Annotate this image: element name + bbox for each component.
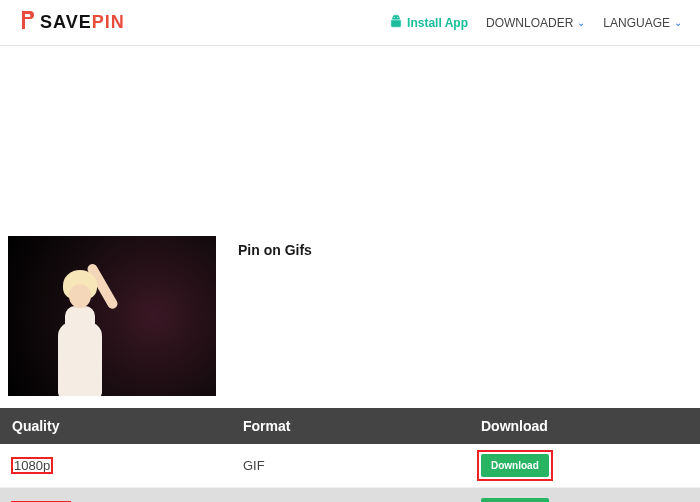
cell-quality: 1080p [0,448,231,483]
nav-downloader-label: DOWNLOADER [486,16,573,30]
logo-icon [18,10,36,35]
cell-quality: 736x[HD] [0,492,231,502]
cell-format: JPG/PNG [231,492,469,502]
pin-thumbnail [8,236,216,396]
download-button[interactable]: Download [481,498,549,502]
chevron-down-icon: ⌄ [674,17,682,28]
table-row: 736x[HD] JPG/PNG Download [0,488,700,502]
chevron-down-icon: ⌄ [577,17,585,28]
logo-text-pin: PIN [92,12,125,33]
nav-downloader[interactable]: DOWNLOADER ⌄ [486,16,585,30]
svg-point-0 [394,17,395,18]
install-app-link[interactable]: Install App [389,14,468,31]
android-icon [389,14,403,31]
cell-format: GIF [231,448,469,483]
header: SAVEPIN Install App DOWNLOADER ⌄ LANGUAG… [0,0,700,46]
th-quality: Quality [0,408,231,444]
th-format: Format [231,408,469,444]
table-row: 1080p GIF Download [0,444,700,488]
logo[interactable]: SAVEPIN [18,10,125,35]
svg-point-1 [397,17,398,18]
thumbnail-bg [8,236,216,396]
downloads-table: Quality Format Download 1080p GIF Downlo… [0,408,700,502]
ad-spacer [0,46,700,236]
nav-language-label: LANGUAGE [603,16,670,30]
install-app-label: Install App [407,16,468,30]
table-header: Quality Format Download [0,408,700,444]
thumbnail-figure [50,280,110,396]
nav-language[interactable]: LANGUAGE ⌄ [603,16,682,30]
content-row: Pin on Gifs [0,236,700,396]
cell-download: Download [469,444,700,487]
cell-download: Download [469,488,700,502]
nav: Install App DOWNLOADER ⌄ LANGUAGE ⌄ [389,14,682,31]
th-download: Download [469,408,700,444]
pin-title: Pin on Gifs [238,242,312,258]
quality-value: 1080p [12,458,52,473]
download-button[interactable]: Download [481,454,549,477]
pin-title-area: Pin on Gifs [238,236,312,258]
logo-text-save: SAVE [40,12,92,33]
